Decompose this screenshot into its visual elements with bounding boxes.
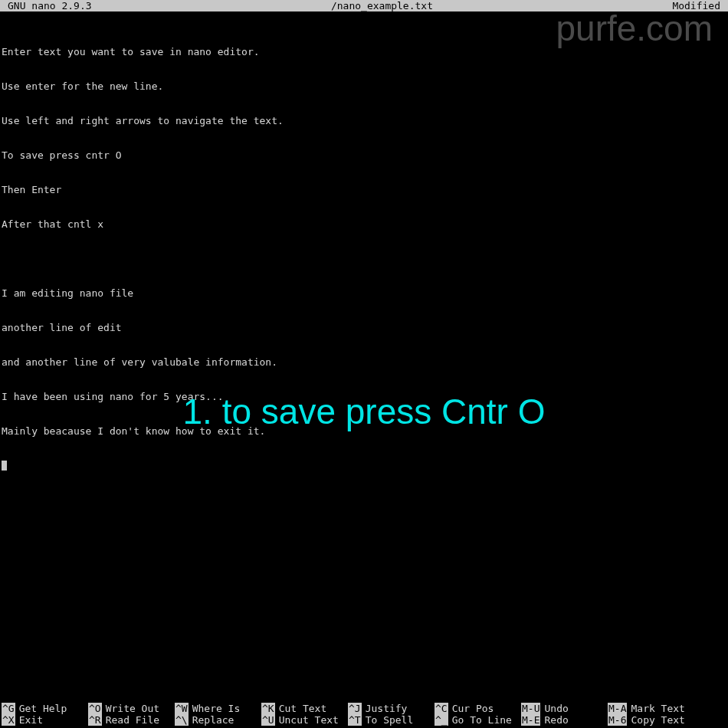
editor-line: Then Enter (2, 184, 726, 195)
shortcut-cur-pos[interactable]: ^CCur Pos (435, 703, 521, 714)
editor-line: Use enter for the new line. (2, 80, 726, 92)
shortcut-replace[interactable]: ^\Replace (175, 714, 261, 726)
shortcut-row-1: ^GGet Help ^OWrite Out ^WWhere Is ^KCut … (0, 703, 728, 714)
shortcut-exit[interactable]: ^XExit (0, 714, 88, 726)
editor-line (2, 253, 726, 264)
editor-line: To save press cntr O (2, 149, 726, 161)
editor-line: After that cntl x (2, 218, 726, 230)
app-name: GNU nano 2.9.3 (0, 0, 92, 11)
shortcut-row-2: ^XExit ^RRead File ^\Replace ^UUncut Tex… (0, 714, 728, 726)
shortcut-go-to-line[interactable]: ^_Go To Line (435, 714, 521, 726)
shortcut-justify[interactable]: ^JJustify (348, 703, 435, 714)
shortcut-undo[interactable]: M-UUndo (521, 703, 608, 714)
shortcut-uncut-text[interactable]: ^UUncut Text (261, 714, 348, 726)
cursor-icon (2, 461, 7, 471)
cursor-line (2, 460, 726, 471)
shortcut-redo[interactable]: M-ERedo (521, 714, 608, 726)
shortcut-to-spell[interactable]: ^TTo Spell (348, 714, 435, 726)
shortcut-where-is[interactable]: ^WWhere Is (175, 703, 261, 714)
annotation-overlay: 1. to save press Cntr O (0, 406, 728, 418)
editor-line: Use left and right arrows to navigate th… (2, 115, 726, 126)
shortcut-cut-text[interactable]: ^KCut Text (261, 703, 348, 714)
shortcut-read-file[interactable]: ^RRead File (88, 714, 175, 726)
shortcut-write-out[interactable]: ^OWrite Out (88, 703, 175, 714)
editor-line: I am editing nano file (2, 287, 726, 299)
shortcut-mark-text[interactable]: M-AMark Text (608, 703, 694, 714)
shortcut-copy-text[interactable]: M-6Copy Text (608, 714, 694, 726)
shortcut-get-help[interactable]: ^GGet Help (0, 703, 88, 714)
editor-line: another line of edit (2, 322, 726, 333)
watermark-text: purfe.com (556, 23, 713, 34)
shortcut-bar: ^GGet Help ^OWrite Out ^WWhere Is ^KCut … (0, 703, 728, 726)
editor-line: and another line of very valubale inform… (2, 356, 726, 368)
